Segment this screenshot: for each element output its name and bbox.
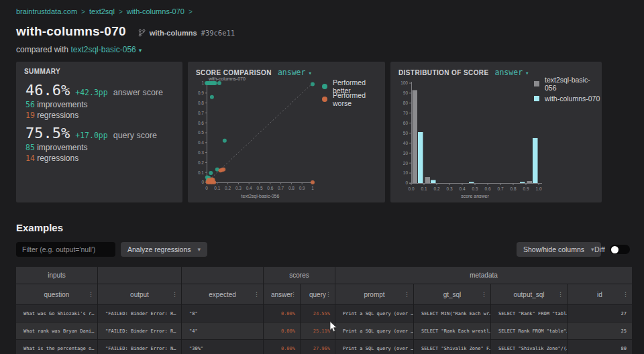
svg-text:0.6: 0.6 [484, 186, 490, 191]
column-header-id[interactable]: id⋮ [568, 284, 633, 305]
cell-prompt: Print a SQL query (over … [335, 340, 414, 354]
column-header-question[interactable]: question⋮ [16, 284, 98, 305]
column-menu-icon[interactable]: ⋮ [88, 291, 94, 298]
filter-input[interactable] [16, 242, 115, 257]
column-header-answer[interactable]: answer⋮ [264, 284, 301, 305]
summary-metric: 46.6%+42.3ppanswer score56 improvements1… [25, 82, 163, 120]
svg-text:50: 50 [403, 131, 409, 135]
column-header-label: output_sql [513, 291, 544, 298]
column-header-label: prompt [364, 291, 384, 298]
improvements-line: 85 improvements [25, 143, 157, 152]
column-menu-icon[interactable]: ⋮ [404, 291, 410, 298]
breadcrumb-separator: > [189, 8, 193, 15]
score-comparison-title: SCORE COMPARISON [196, 69, 272, 76]
svg-text:0.8: 0.8 [198, 101, 204, 105]
cell-output: "FAILED: Binder Error: N… [98, 340, 182, 354]
svg-text:0.3: 0.3 [446, 186, 452, 191]
svg-text:0.5: 0.5 [256, 186, 262, 190]
score-metric-dropdown[interactable]: answer▾ [278, 68, 312, 77]
cell-expected: "30%" [182, 340, 264, 354]
svg-text:70: 70 [403, 111, 409, 115]
chevron-down-icon[interactable]: ▾ [139, 47, 142, 54]
legend-dot [322, 97, 327, 102]
breadcrumb-separator: > [81, 8, 85, 15]
column-menu-icon[interactable]: ⋮ [481, 291, 487, 298]
cell-question: What was Go Shiozaki's r… [16, 305, 98, 322]
cell-expected: "8" [182, 305, 264, 322]
table-body: What was Go Shiozaki's r…"FAILED: Binder… [16, 305, 633, 354]
legend-item: text2sql-basic-056 [534, 79, 602, 88]
cell-prompt: Print a SQL query (over … [335, 322, 414, 340]
page-title: with-columns-070 [16, 24, 126, 39]
breadcrumb-link[interactable]: with-columns-070 [127, 7, 184, 15]
summary-metric: 75.5%+17.0ppquery score85 improvements14… [25, 125, 157, 163]
column-menu-icon[interactable]: ⋮ [325, 291, 331, 298]
breadcrumb-link[interactable]: braintrustdata.com [16, 7, 77, 15]
legend-square [534, 81, 539, 86]
column-header-label: output [130, 291, 149, 298]
svg-text:0.1: 0.1 [421, 186, 427, 191]
column-header-output[interactable]: output⋮ [98, 284, 182, 305]
cell-question: What is the percentage o… [16, 340, 98, 354]
distribution-metric-dropdown[interactable]: answer▾ [495, 68, 529, 77]
summary-panel: SUMMARY 46.6%+42.3ppanswer score56 impro… [16, 62, 182, 202]
svg-text:0.6: 0.6 [267, 186, 273, 190]
cell-question: What rank was Bryan Dani… [16, 322, 98, 340]
svg-text:0.5: 0.5 [472, 186, 478, 191]
chevron-down-icon: ▾ [591, 246, 594, 253]
table-group-header [182, 267, 264, 284]
distribution-panel: DISTRIBUTION OF SCORE answer▾ 0102030405… [390, 62, 602, 202]
cell-query: 27.96% [301, 340, 335, 354]
svg-text:30: 30 [403, 151, 409, 156]
table-row[interactable]: What is the percentage o…"FAILED: Binder… [16, 340, 633, 354]
diff-toggle[interactable] [610, 245, 630, 254]
metric-delta: +42.3pp [75, 88, 107, 97]
svg-text:100: 100 [400, 80, 408, 85]
legend-label: with-columns-070 [545, 95, 600, 103]
table-group-header: metadata [335, 267, 633, 284]
column-menu-icon[interactable]: ⋮ [290, 291, 297, 298]
svg-text:0.4: 0.4 [198, 140, 204, 145]
svg-text:0.8: 0.8 [288, 186, 294, 190]
svg-text:0: 0 [205, 186, 208, 190]
chevron-down-icon: ▾ [525, 70, 529, 76]
column-menu-icon[interactable]: ⋮ [172, 291, 178, 298]
column-header-output_sql[interactable]: output_sql⋮ [491, 284, 568, 305]
cell-answer: 0.00% [264, 305, 301, 322]
legend-label: text2sql-basic-056 [545, 76, 602, 92]
analyze-regressions-button[interactable]: Analyze regressions▾ [121, 242, 207, 257]
svg-text:0.3: 0.3 [198, 150, 204, 155]
show-hide-columns-button[interactable]: Show/hide columns▾ [517, 242, 601, 257]
cell-output: "FAILED: Binder Error: R… [98, 322, 182, 340]
column-header-prompt[interactable]: prompt⋮ [335, 284, 414, 305]
column-menu-icon[interactable]: ⋮ [254, 291, 260, 298]
table-row[interactable]: What was Go Shiozaki's r…"FAILED: Binder… [16, 305, 633, 322]
column-menu-icon[interactable]: ⋮ [623, 291, 629, 298]
cell-gt_sql: SELECT "Rank Each wrestl… [414, 322, 491, 340]
table-row[interactable]: What rank was Bryan Dani…"FAILED: Binder… [16, 322, 633, 340]
column-header-expected[interactable]: expected⋮ [182, 284, 264, 305]
cell-answer: 0.00% [264, 322, 301, 340]
breadcrumb-link[interactable]: text2sql [89, 7, 115, 15]
legend-label: Performed worse [333, 91, 385, 107]
svg-text:0.6: 0.6 [198, 121, 204, 125]
chevron-down-icon: ▾ [198, 246, 201, 253]
compared-with-dropdown[interactable]: text2sql-basic-056 [70, 45, 136, 54]
svg-text:1: 1 [311, 186, 314, 190]
svg-text:40: 40 [403, 141, 409, 145]
breadcrumb: braintrustdata.com>text2sql>with-columns… [16, 7, 197, 15]
metric-value: 46.6% [25, 82, 70, 99]
column-header-gt_sql[interactable]: gt_sql⋮ [414, 284, 491, 305]
column-header-label: query [309, 291, 326, 298]
column-menu-icon[interactable]: ⋮ [557, 291, 564, 298]
cell-prompt: Print a SQL query (over … [335, 305, 414, 322]
column-header-query[interactable]: query⋮ [301, 284, 335, 305]
svg-text:0.7: 0.7 [278, 186, 284, 190]
svg-text:0.2: 0.2 [198, 160, 204, 165]
cell-gt_sql: SELECT "Shivalik Zone" F… [414, 340, 491, 354]
column-header-label: id [597, 291, 602, 298]
svg-text:1: 1 [201, 80, 204, 85]
cell-output_sql: SELECT Rank FROM "table"… [491, 322, 568, 340]
commit-hash: #39c6e11 [201, 29, 235, 37]
compared-with-row: compared with text2sql-basic-056▾ [16, 45, 142, 54]
